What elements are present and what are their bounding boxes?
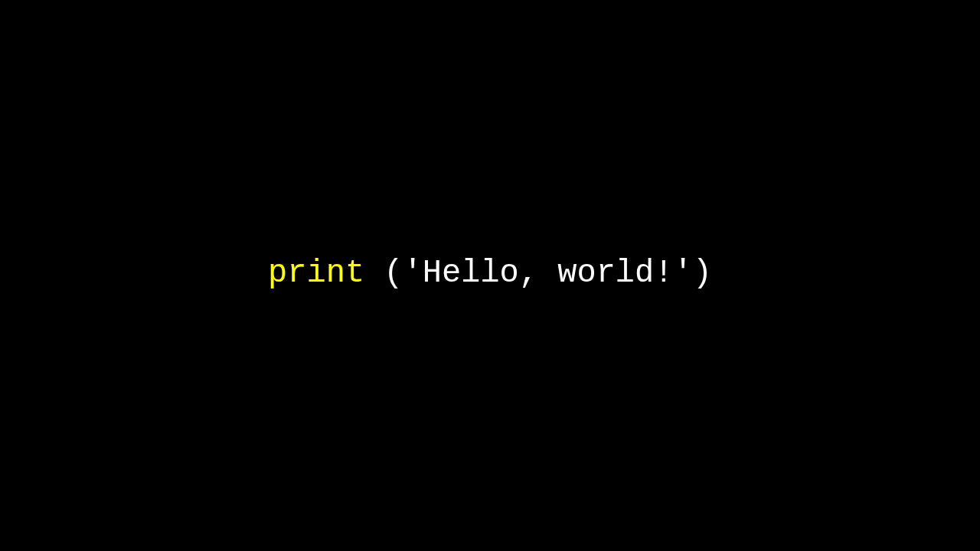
code-line: print ('Hello, world!') bbox=[268, 255, 712, 292]
quote-close-token: ' bbox=[673, 255, 692, 292]
close-paren-token: ) bbox=[693, 255, 712, 292]
keyword-token: print bbox=[268, 255, 364, 292]
quote-open-token: ' bbox=[403, 255, 423, 292]
open-paren-token: ( bbox=[384, 255, 403, 292]
string-content-token: Hello, world! bbox=[423, 255, 674, 292]
space-token bbox=[364, 255, 384, 292]
